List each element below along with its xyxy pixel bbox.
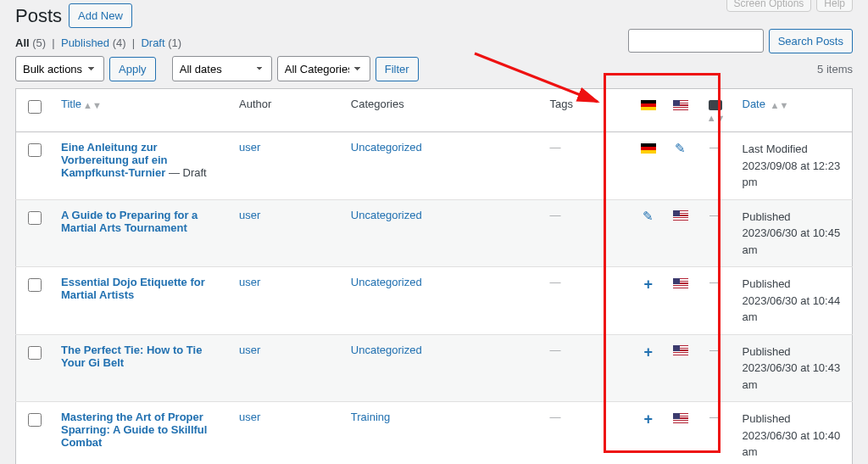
add-new-button[interactable]: Add New: [69, 3, 132, 28]
tags-value: —: [549, 344, 560, 356]
table-row: Mastering the Art of Proper Sparring: A …: [16, 402, 853, 464]
usa-flag-icon[interactable]: [673, 345, 688, 355]
search-button[interactable]: Search Posts: [769, 29, 853, 53]
tags-value: —: [549, 276, 560, 288]
date-label: Published: [743, 345, 791, 358]
category-link[interactable]: Uncategorized: [351, 276, 422, 288]
post-title-link[interactable]: Eine Anleitung zur Vorbereitung auf ein …: [61, 141, 167, 179]
col-categories: Categories: [342, 89, 542, 132]
page-title: Posts: [15, 5, 62, 27]
posts-table: Title▲▼ Author Categories Tags ▲▼ Date ▲…: [15, 88, 853, 464]
col-date[interactable]: Date ▲▼: [734, 89, 853, 132]
post-title-link[interactable]: Mastering the Art of Proper Sparring: A …: [61, 411, 207, 449]
comments-value: —: [709, 276, 721, 288]
plus-icon[interactable]: +: [643, 276, 653, 293]
pencil-icon[interactable]: ✎: [643, 209, 654, 223]
comments-icon: [709, 100, 722, 110]
filter-draft[interactable]: Draft: [141, 36, 164, 49]
date-label: Published: [743, 210, 791, 223]
tags-value: —: [549, 209, 560, 221]
row-checkbox[interactable]: [28, 143, 42, 157]
date-label: Published: [743, 277, 791, 290]
tags-value: —: [549, 141, 560, 154]
tags-value: —: [549, 411, 560, 423]
category-link[interactable]: Uncategorized: [351, 209, 422, 221]
category-link[interactable]: Training: [351, 411, 390, 423]
author-link[interactable]: user: [239, 209, 260, 221]
select-all-checkbox[interactable]: [28, 100, 42, 114]
date-label: Last Modified: [743, 143, 808, 155]
row-checkbox[interactable]: [28, 278, 42, 292]
author-link[interactable]: user: [239, 344, 260, 356]
date-value: 2023/06/30 at 10:44 am: [743, 294, 841, 324]
plus-icon[interactable]: +: [643, 411, 653, 428]
comments-value: —: [709, 411, 721, 423]
comments-value: —: [709, 209, 721, 221]
search-input[interactable]: [628, 29, 764, 53]
category-link[interactable]: Uncategorized: [351, 141, 422, 154]
comments-value: —: [709, 344, 721, 356]
comments-value: —: [709, 141, 721, 154]
post-title-link[interactable]: The Perfect Tie: How to Tie Your Gi Belt: [61, 344, 202, 369]
row-checkbox[interactable]: [28, 211, 42, 225]
usa-flag-icon[interactable]: [673, 210, 688, 221]
items-count: 5 items: [817, 63, 853, 75]
usa-flag-icon[interactable]: [673, 278, 688, 288]
col-author: Author: [231, 89, 342, 132]
date-value: 2023/06/30 at 10:45 am: [743, 226, 841, 256]
germany-flag-icon: [641, 100, 656, 110]
categories-select[interactable]: All Categories: [277, 56, 370, 81]
usa-flag-icon: [673, 100, 688, 110]
apply-button[interactable]: Apply: [109, 57, 156, 81]
author-link[interactable]: user: [239, 141, 260, 154]
dates-select[interactable]: All dates: [172, 56, 272, 81]
help-button[interactable]: Help: [816, 0, 853, 12]
table-row: Essential Dojo Etiquette for Martial Art…: [16, 267, 853, 335]
filter-all[interactable]: All: [15, 36, 30, 49]
filter-button[interactable]: Filter: [376, 57, 419, 81]
author-link[interactable]: user: [239, 276, 260, 288]
screen-options-button[interactable]: Screen Options: [726, 0, 812, 12]
date-value: 2023/06/30 at 10:43 am: [743, 361, 841, 391]
post-status-suffix: — Draft: [165, 166, 206, 179]
category-link[interactable]: Uncategorized: [351, 344, 422, 356]
bulk-actions-select[interactable]: Bulk actions: [15, 56, 104, 81]
filter-published[interactable]: Published: [61, 36, 109, 49]
germany-flag-icon[interactable]: [641, 143, 656, 154]
table-row: Eine Anleitung zur Vorbereitung auf ein …: [16, 132, 853, 200]
col-lang-us: [665, 89, 697, 132]
col-title[interactable]: Title▲▼: [53, 89, 231, 132]
post-title-link[interactable]: Essential Dojo Etiquette for Martial Art…: [61, 276, 205, 301]
row-checkbox[interactable]: [28, 413, 42, 427]
usa-flag-icon[interactable]: [673, 413, 688, 423]
date-label: Published: [743, 412, 791, 425]
row-checkbox[interactable]: [28, 346, 42, 360]
col-lang-de: [632, 89, 665, 132]
date-value: 2023/06/30 at 10:40 am: [743, 429, 841, 459]
author-link[interactable]: user: [239, 411, 260, 423]
col-tags: Tags: [541, 89, 632, 132]
table-row: A Guide to Preparing for a Martial Arts …: [16, 199, 853, 267]
plus-icon[interactable]: +: [643, 344, 653, 361]
col-comments[interactable]: ▲▼: [697, 89, 734, 132]
date-value: 2023/09/08 at 12:23 pm: [743, 159, 841, 189]
pencil-icon[interactable]: ✎: [675, 141, 686, 155]
post-title-link[interactable]: A Guide to Preparing for a Martial Arts …: [61, 209, 198, 234]
table-row: The Perfect Tie: How to Tie Your Gi Belt…: [16, 334, 853, 402]
